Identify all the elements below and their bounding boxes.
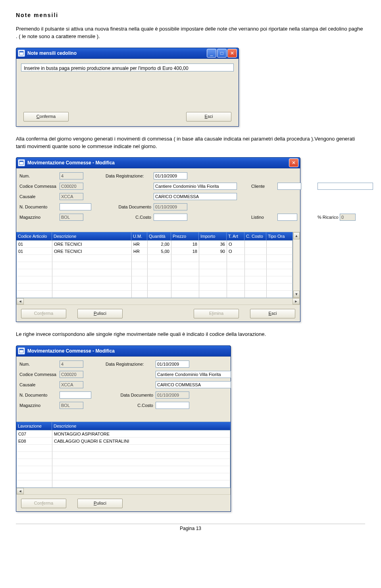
conferma-button[interactable]: Conferma (21, 499, 66, 508)
table-row[interactable] (17, 445, 230, 452)
table-row[interactable]: 01ORE TECNICIHR5,001890O (17, 248, 292, 255)
close-button[interactable]: ✕ (289, 158, 298, 167)
grid-header: Lavorazione Descrizione (16, 422, 231, 430)
table-row[interactable] (17, 276, 292, 283)
num-input[interactable] (60, 172, 83, 179)
label-data-reg: Data Registrazione: (106, 362, 153, 366)
app-icon (18, 50, 25, 57)
causale-input[interactable] (60, 193, 83, 200)
data-reg-input[interactable] (154, 172, 187, 179)
cliente-desc-input[interactable] (318, 183, 373, 190)
window-title: Movimentazione Commesse - Modifica (27, 348, 229, 354)
confirm-button[interactable]: Conferma (23, 112, 69, 121)
app-icon (18, 159, 25, 166)
label-ndoc: N. Documento (19, 393, 57, 397)
svg-rect-5 (19, 349, 23, 350)
page-footer: Pagina 13 (16, 524, 365, 531)
horizontal-scrollbar[interactable]: ◄ (16, 488, 231, 495)
table-row[interactable] (17, 459, 230, 466)
titlebar[interactable]: Movimentazione Commesse - Modifica (16, 346, 231, 357)
causale-desc-input[interactable] (154, 193, 237, 200)
maximize-button[interactable]: □ (217, 49, 227, 58)
cliente-code-input[interactable] (277, 183, 301, 190)
label-cliente: Cliente (251, 184, 275, 189)
intro-paragraph-2: Alla conferma del giorno vengono generat… (16, 135, 365, 150)
data-doc-input[interactable] (156, 391, 189, 399)
movimentazione-window-2: Movimentazione Commesse - Modifica Num. … (16, 345, 231, 512)
grid-header: Codice Articolo Descrizione U.M. Quantit… (16, 232, 293, 241)
intro-paragraph-1: Premendo il pulsante si attiva una nuova… (16, 25, 365, 40)
scroll-right-icon[interactable]: ► (292, 298, 300, 305)
label-cod-commessa: Codice Commessa (19, 184, 57, 189)
horizontal-scrollbar[interactable]: ◄ ► (16, 298, 300, 305)
cod-commessa-input[interactable] (60, 183, 83, 190)
cantiere-input[interactable] (154, 183, 237, 190)
pulisci-button[interactable]: Pulisci (77, 309, 123, 318)
minimize-button[interactable]: _ (207, 49, 216, 58)
magazzino-input[interactable] (60, 214, 83, 221)
data-reg-input[interactable] (156, 361, 189, 368)
app-icon (18, 347, 25, 355)
ndoc-input[interactable] (60, 391, 91, 399)
table-row[interactable] (17, 480, 230, 488)
pulisci-button[interactable]: Pulisci (77, 499, 123, 508)
window-title: Note mensili cedolino (27, 50, 207, 56)
data-doc-input[interactable] (154, 203, 187, 210)
listino-input[interactable] (277, 214, 297, 221)
table-row[interactable]: 01ORE TECNICIHR2,001836O (17, 241, 292, 248)
table-row[interactable] (17, 466, 230, 473)
magazzino-input[interactable] (60, 402, 83, 409)
label-num: Num. (19, 362, 57, 366)
label-causale: Causale (19, 382, 57, 387)
ccosto-input[interactable] (156, 402, 189, 409)
label-magazzino: Magazzino (19, 403, 57, 408)
ccosto-input[interactable] (154, 214, 187, 221)
table-row[interactable] (17, 283, 292, 291)
grid-body[interactable]: C07MONTAGGIO ASPIRATOREE08CABLAGGIO QUAD… (16, 430, 231, 488)
cod-commessa-input[interactable] (60, 371, 83, 378)
notes-window: Note mensili cedolino _ □ ✕ Inserire in … (16, 48, 239, 127)
titlebar[interactable]: Movimentazione Commesse - Modifica ✕ (16, 158, 300, 168)
causale-desc-input[interactable] (156, 381, 231, 388)
svg-rect-1 (19, 51, 23, 52)
ndoc-input[interactable] (60, 203, 91, 210)
elimina-button[interactable]: Elimina (194, 309, 239, 318)
table-row[interactable] (17, 473, 230, 480)
table-row[interactable] (17, 255, 292, 262)
ricarico-input[interactable] (340, 214, 356, 221)
svg-rect-3 (19, 161, 23, 162)
label-cod-commessa: Codice Commessa (19, 372, 57, 377)
causale-input[interactable] (60, 381, 83, 388)
label-data-reg: Data Registrazione: (106, 174, 151, 178)
label-ricarico: % Ricarico (318, 215, 339, 220)
intro-paragraph-3: Le righe invece corrispondono alle singo… (16, 331, 365, 338)
table-row[interactable] (17, 269, 292, 276)
table-row[interactable]: C07MONTAGGIO ASPIRATORE (17, 430, 230, 438)
titlebar[interactable]: Note mensili cedolino _ □ ✕ (16, 48, 239, 59)
conferma-button[interactable]: Conferma (21, 309, 66, 318)
notes-textarea[interactable]: Inserire in busta paga premio produzione… (21, 64, 234, 71)
label-listino: Listino (251, 215, 275, 220)
table-row[interactable] (17, 291, 292, 298)
cantiere-input[interactable] (156, 371, 231, 378)
num-input[interactable] (60, 361, 83, 368)
scroll-down-icon[interactable]: ▼ (293, 291, 300, 298)
label-data-doc: Data Documento (106, 393, 153, 397)
label-num: Num. (19, 174, 57, 178)
movimentazione-window-1: Movimentazione Commesse - Modifica ✕ Num… (16, 157, 300, 322)
scroll-left-icon[interactable]: ◄ (17, 298, 24, 305)
label-data-doc: Data Documento (106, 204, 151, 209)
esci-button[interactable]: Esci (250, 309, 295, 318)
table-row[interactable]: E08CABLAGGIO QUADRI E CENTRALINI (17, 438, 230, 445)
exit-button[interactable]: Esci (186, 112, 231, 121)
scroll-left-icon[interactable]: ◄ (17, 488, 24, 494)
table-row[interactable] (17, 452, 230, 459)
table-row[interactable] (17, 262, 292, 269)
scroll-up-icon[interactable]: ▲ (293, 232, 300, 239)
close-button[interactable]: ✕ (227, 49, 237, 58)
label-ndoc: N. Documento (19, 204, 57, 209)
section-heading: Note mensili (16, 12, 365, 18)
vertical-scrollbar[interactable]: ▲ ▼ (293, 232, 300, 298)
grid-body[interactable]: 01ORE TECNICIHR2,001836O01ORE TECNICIHR5… (16, 241, 293, 298)
label-causale: Causale (19, 194, 57, 199)
